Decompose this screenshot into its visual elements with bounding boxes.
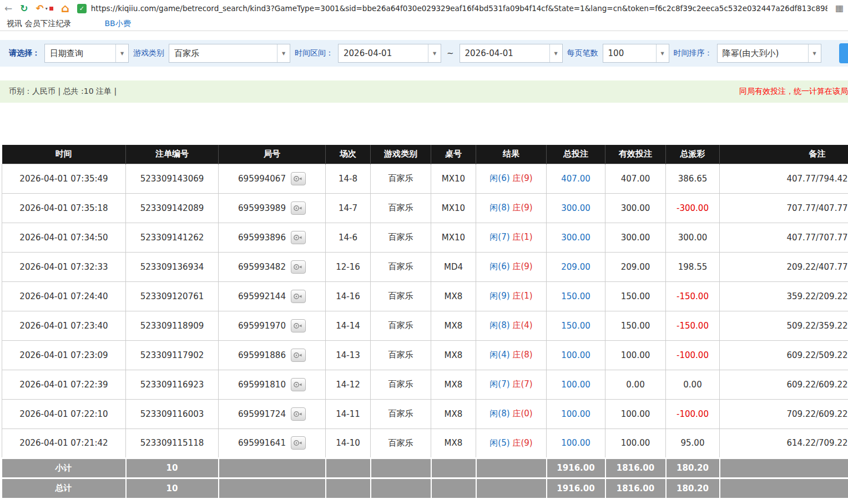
round-number: 695991886: [238, 350, 286, 360]
total-empty: [371, 478, 431, 498]
cell-valid-bet: 100.00: [605, 399, 666, 429]
reload-icon[interactable]: ↻: [20, 4, 28, 13]
cell-table-number: MX10: [431, 223, 476, 252]
video-replay-icon[interactable]: [291, 378, 306, 391]
bet-records-table: 时间注单编号局号场次游戏类别桌号结果总投注有效投注总派彩备注 2026-04-0…: [2, 145, 848, 498]
cell-result: 闲(6) 庄(9): [476, 164, 547, 193]
game-type-select[interactable]: 百家乐 ▼: [169, 44, 290, 63]
cell-payout: 0.00: [666, 370, 720, 399]
home-icon[interactable]: ⌂: [61, 3, 69, 14]
cell-session: 14-6: [326, 223, 371, 252]
chevron-down-icon[interactable]: ▼: [808, 44, 821, 62]
security-shield-icon: ✓: [77, 4, 87, 13]
column-header: 游戏类别: [371, 145, 431, 164]
cell-bet-id: 523309142089: [126, 193, 219, 223]
cell-total-bet[interactable]: 209.00: [547, 252, 605, 281]
cell-round: 695991724: [219, 399, 326, 429]
cell-total-bet[interactable]: 150.00: [547, 311, 605, 340]
result-banker: 庄(9): [512, 438, 532, 448]
video-replay-icon[interactable]: [291, 349, 306, 362]
cell-total-bet[interactable]: 300.00: [547, 223, 605, 252]
cell-table-number: MX8: [431, 429, 476, 458]
time-range-label: 时间区间：: [295, 48, 334, 58]
chevron-down-icon[interactable]: ▼: [115, 44, 128, 62]
column-header: 备注: [720, 145, 848, 164]
total-label: 总计: [2, 478, 126, 498]
cell-time: 2026-04-01 07:23:40: [2, 311, 126, 340]
search-button[interactable]: [839, 43, 848, 63]
cell-total-bet[interactable]: 300.00: [547, 193, 605, 223]
date-to-input[interactable]: 2026-04-01 ▼: [460, 44, 563, 63]
cell-remark: 709.22/609.22: [720, 399, 848, 429]
cell-total-bet[interactable]: 150.00: [547, 281, 605, 311]
cell-total-bet[interactable]: 100.00: [547, 429, 605, 458]
result-banker: 庄(1): [512, 232, 532, 242]
chevron-down-icon[interactable]: ▼: [656, 44, 669, 62]
result-player: 闲(7): [489, 379, 509, 389]
cell-valid-bet: 100.00: [605, 340, 666, 370]
round-number: 695994067: [238, 174, 286, 184]
cell-result: 闲(9) 庄(1): [476, 281, 547, 311]
video-replay-icon[interactable]: [291, 172, 306, 185]
date-from-input[interactable]: 2026-04-01 ▼: [338, 44, 441, 63]
subtotal-payout: 180.20: [666, 458, 720, 478]
cell-bet-id: 523309143069: [126, 164, 219, 193]
undo-icon[interactable]: ↶: [36, 4, 44, 13]
column-header: 注单编号: [126, 145, 219, 164]
cell-bet-id: 523309117902: [126, 340, 219, 370]
cell-round: 695993482: [219, 252, 326, 281]
video-replay-icon[interactable]: [291, 260, 306, 274]
cell-total-bet[interactable]: 100.00: [547, 340, 605, 370]
round-number: 695991970: [238, 321, 286, 331]
page-size-select[interactable]: 100 ▼: [603, 44, 669, 63]
cell-remark: 359.22/209.22: [720, 281, 848, 311]
back-icon[interactable]: ←: [4, 4, 12, 13]
cell-session: 14-14: [326, 311, 371, 340]
cell-valid-bet: 300.00: [605, 193, 666, 223]
video-replay-icon[interactable]: [291, 201, 306, 215]
cell-game-type: 百家乐: [371, 281, 431, 311]
url-text[interactable]: https://kiqiiu.com/game/betrecord_search…: [91, 4, 827, 13]
video-replay-icon[interactable]: [291, 407, 306, 421]
video-replay-icon[interactable]: [291, 231, 306, 244]
undo-control[interactable]: ↶ ▾: [36, 4, 53, 13]
cell-remark: 407.77/707.77: [720, 223, 848, 252]
sort-select[interactable]: 降幂(由大到小) ▼: [717, 44, 821, 63]
total-empty: [431, 478, 476, 498]
cell-table-number: MX10: [431, 164, 476, 193]
address-bar[interactable]: ✓ https://kiqiiu.com/game/betrecord_sear…: [77, 4, 827, 13]
tab-video-bet-records[interactable]: 视讯 会员下注纪录: [7, 19, 71, 29]
currency-total-text: 币别：人民币 | 总共 :10 注单 |: [9, 87, 117, 97]
chevron-down-icon[interactable]: ▼: [549, 44, 562, 62]
caret-down-icon[interactable]: ▾: [46, 6, 48, 11]
apps-grid-icon[interactable]: ▦: [835, 4, 844, 13]
game-type-value: 百家乐: [169, 44, 277, 62]
total-count: 10: [126, 478, 219, 498]
cell-result: 闲(5) 庄(9): [476, 429, 547, 458]
cell-total-bet[interactable]: 100.00: [547, 399, 605, 429]
cell-remark: 609.22/609.22: [720, 370, 848, 399]
cell-session: 14-10: [326, 429, 371, 458]
column-header: 场次: [326, 145, 371, 164]
chevron-down-icon[interactable]: ▼: [277, 44, 290, 62]
cell-payout: -100.00: [666, 399, 720, 429]
round-number: 695991724: [238, 409, 286, 419]
video-replay-icon[interactable]: [291, 290, 306, 303]
table-row: 2026-04-01 07:21:42 523309115118 6959916…: [2, 429, 848, 458]
date-mode-select[interactable]: 日期查询 ▼: [44, 44, 129, 63]
cell-session: 14-12: [326, 370, 371, 399]
cell-total-bet[interactable]: 100.00: [547, 370, 605, 399]
cell-game-type: 百家乐: [371, 223, 431, 252]
video-replay-icon[interactable]: [291, 319, 306, 332]
tab-bb-tips[interactable]: BB小费: [104, 19, 130, 29]
cell-bet-id: 523309118909: [126, 311, 219, 340]
cell-total-bet[interactable]: 407.00: [547, 164, 605, 193]
cell-result: 闲(4) 庄(8): [476, 340, 547, 370]
date-mode-value: 日期查询: [45, 44, 115, 62]
chevron-down-icon[interactable]: ▼: [428, 44, 441, 62]
subtotal-row: 小计 10 1916.00 1816.00 180.20: [2, 458, 848, 478]
video-replay-icon[interactable]: [291, 436, 306, 450]
sort-value: 降幂(由大到小): [718, 44, 808, 62]
cell-bet-id: 523309115118: [126, 429, 219, 458]
result-player: 闲(7): [489, 232, 509, 242]
